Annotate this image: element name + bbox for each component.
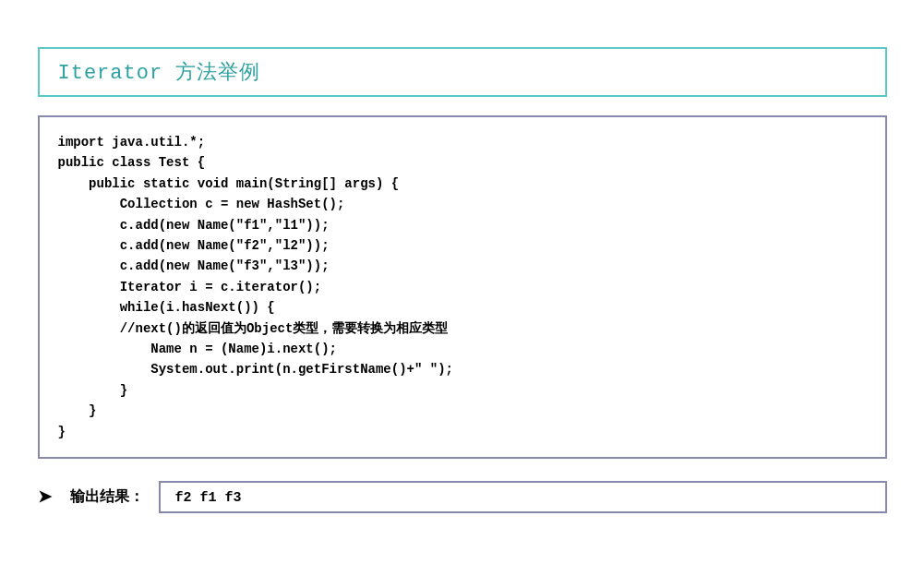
output-value-box: f2 f1 f3 — [159, 481, 887, 513]
page-title: Iterator 方法举例 — [58, 62, 261, 85]
output-value: f2 f1 f3 — [175, 490, 242, 506]
code-box: import java.util.*; public class Test { … — [38, 115, 887, 459]
output-label: 输出结果： — [70, 487, 144, 507]
page-container: Iterator 方法举例 import java.util.*; public… — [19, 29, 906, 535]
arrow-icon: ➤ — [38, 486, 52, 507]
code-block: import java.util.*; public class Test { … — [58, 132, 867, 442]
title-box: Iterator 方法举例 — [38, 47, 887, 97]
output-row: ➤ 输出结果： f2 f1 f3 — [38, 477, 887, 517]
